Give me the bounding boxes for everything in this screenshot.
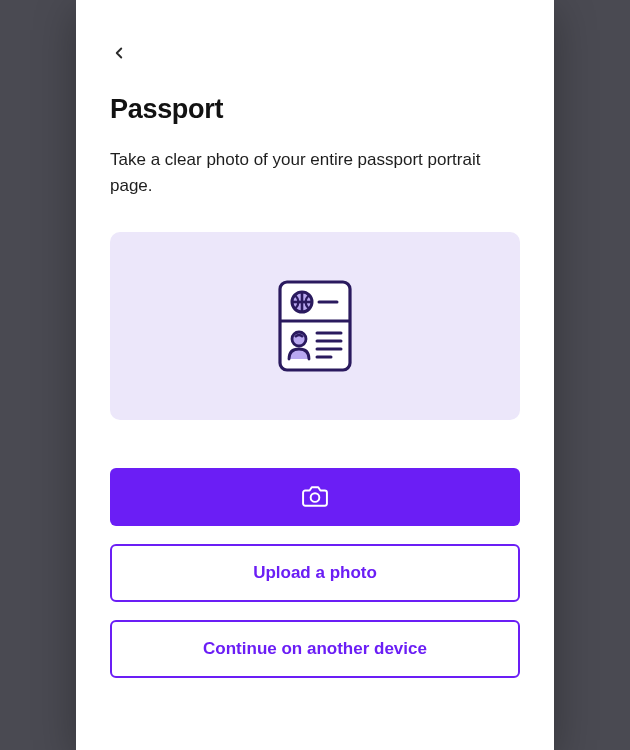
chevron-left-icon (110, 44, 128, 62)
verification-card: Passport Take a clear photo of your enti… (76, 0, 554, 750)
back-row (110, 0, 520, 94)
back-button[interactable] (110, 44, 128, 62)
upload-photo-button[interactable]: Upload a photo (110, 544, 520, 602)
take-photo-button[interactable] (110, 468, 520, 526)
camera-icon (302, 486, 328, 508)
svg-point-11 (311, 493, 320, 502)
page-title: Passport (110, 94, 520, 125)
passport-illustration-panel (110, 232, 520, 420)
passport-icon (277, 279, 353, 373)
page-subtitle: Take a clear photo of your entire passpo… (110, 147, 520, 198)
upload-photo-label: Upload a photo (253, 563, 377, 583)
continue-another-device-label: Continue on another device (203, 639, 427, 659)
continue-another-device-button[interactable]: Continue on another device (110, 620, 520, 678)
